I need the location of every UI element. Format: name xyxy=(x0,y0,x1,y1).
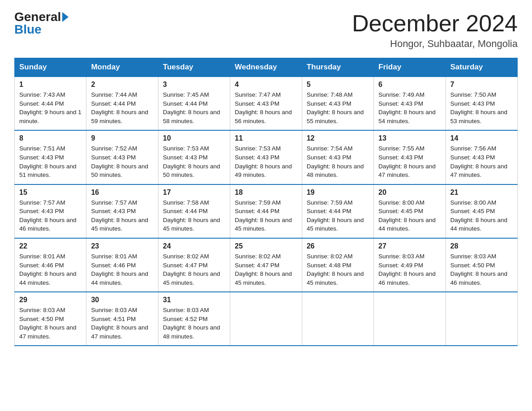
calendar-cell: 15Sunrise: 7:57 AMSunset: 4:43 PMDayligh… xyxy=(15,184,86,238)
calendar-header: SundayMondayTuesdayWednesdayThursdayFrid… xyxy=(15,58,518,77)
day-info: Sunrise: 7:56 AMSunset: 4:43 PMDaylight:… xyxy=(450,144,513,179)
day-info: Sunrise: 8:00 AMSunset: 4:45 PMDaylight:… xyxy=(378,198,441,233)
header-monday: Monday xyxy=(86,58,158,77)
day-info: Sunrise: 7:43 AMSunset: 4:44 PMDaylight:… xyxy=(19,90,82,125)
calendar-body: 1Sunrise: 7:43 AMSunset: 4:44 PMDaylight… xyxy=(15,77,518,346)
header-tuesday: Tuesday xyxy=(158,58,230,77)
calendar-cell: 21Sunrise: 8:00 AMSunset: 4:45 PMDayligh… xyxy=(446,184,517,238)
calendar-cell xyxy=(302,292,373,346)
calendar-cell: 23Sunrise: 8:01 AMSunset: 4:46 PMDayligh… xyxy=(86,238,158,292)
logo-general-text: General xyxy=(14,11,61,23)
day-info: Sunrise: 8:00 AMSunset: 4:45 PMDaylight:… xyxy=(450,198,513,233)
day-info: Sunrise: 7:54 AMSunset: 4:43 PMDaylight:… xyxy=(307,144,369,179)
week-row-3: 15Sunrise: 7:57 AMSunset: 4:43 PMDayligh… xyxy=(15,184,518,238)
calendar-cell xyxy=(374,292,446,346)
day-number: 17 xyxy=(163,188,225,197)
header-saturday: Saturday xyxy=(446,58,517,77)
calendar-cell: 6Sunrise: 7:49 AMSunset: 4:43 PMDaylight… xyxy=(374,77,446,130)
calendar-cell: 11Sunrise: 7:53 AMSunset: 4:43 PMDayligh… xyxy=(230,130,302,184)
day-number: 26 xyxy=(307,242,369,250)
day-number: 22 xyxy=(19,242,82,250)
day-info: Sunrise: 8:02 AMSunset: 4:47 PMDaylight:… xyxy=(163,252,225,287)
day-info: Sunrise: 7:59 AMSunset: 4:44 PMDaylight:… xyxy=(307,198,369,233)
calendar-cell: 27Sunrise: 8:03 AMSunset: 4:49 PMDayligh… xyxy=(374,238,446,292)
calendar-cell: 3Sunrise: 7:45 AMSunset: 4:44 PMDaylight… xyxy=(158,77,230,130)
day-number: 23 xyxy=(91,242,153,250)
calendar-cell xyxy=(446,292,517,346)
day-number: 21 xyxy=(450,188,513,197)
day-number: 13 xyxy=(378,134,441,142)
day-number: 15 xyxy=(19,188,82,197)
calendar-cell: 29Sunrise: 8:03 AMSunset: 4:50 PMDayligh… xyxy=(15,292,86,346)
day-info: Sunrise: 7:57 AMSunset: 4:43 PMDaylight:… xyxy=(19,198,82,233)
page-header: General Blue December 2024 Hongor, Suhba… xyxy=(14,11,518,50)
week-row-1: 1Sunrise: 7:43 AMSunset: 4:44 PMDaylight… xyxy=(15,77,518,130)
calendar-cell: 19Sunrise: 7:59 AMSunset: 4:44 PMDayligh… xyxy=(302,184,373,238)
day-info: Sunrise: 7:50 AMSunset: 4:43 PMDaylight:… xyxy=(450,90,513,125)
calendar-cell: 22Sunrise: 8:01 AMSunset: 4:46 PMDayligh… xyxy=(15,238,86,292)
day-number: 31 xyxy=(163,296,225,304)
calendar-cell: 25Sunrise: 8:02 AMSunset: 4:47 PMDayligh… xyxy=(230,238,302,292)
day-number: 25 xyxy=(235,242,297,250)
calendar-cell: 20Sunrise: 8:00 AMSunset: 4:45 PMDayligh… xyxy=(374,184,446,238)
week-row-2: 8Sunrise: 7:51 AMSunset: 4:43 PMDaylight… xyxy=(15,130,518,184)
header-thursday: Thursday xyxy=(302,58,373,77)
day-info: Sunrise: 7:52 AMSunset: 4:43 PMDaylight:… xyxy=(91,144,153,179)
calendar-cell xyxy=(230,292,302,346)
day-info: Sunrise: 7:53 AMSunset: 4:43 PMDaylight:… xyxy=(163,144,225,179)
day-info: Sunrise: 8:02 AMSunset: 4:47 PMDaylight:… xyxy=(235,252,297,287)
logo-general: General xyxy=(14,11,69,23)
calendar-table: SundayMondayTuesdayWednesdayThursdayFrid… xyxy=(14,58,518,346)
day-info: Sunrise: 7:57 AMSunset: 4:43 PMDaylight:… xyxy=(91,198,153,233)
day-number: 14 xyxy=(450,134,513,142)
day-number: 29 xyxy=(19,296,82,304)
day-number: 16 xyxy=(91,188,153,197)
week-row-5: 29Sunrise: 8:03 AMSunset: 4:50 PMDayligh… xyxy=(15,292,518,346)
day-info: Sunrise: 8:03 AMSunset: 4:51 PMDaylight:… xyxy=(91,306,153,341)
calendar-cell: 28Sunrise: 8:03 AMSunset: 4:50 PMDayligh… xyxy=(446,238,517,292)
calendar-cell: 2Sunrise: 7:44 AMSunset: 4:44 PMDaylight… xyxy=(86,77,158,130)
day-number: 10 xyxy=(163,134,225,142)
calendar-cell: 9Sunrise: 7:52 AMSunset: 4:43 PMDaylight… xyxy=(86,130,158,184)
day-info: Sunrise: 8:03 AMSunset: 4:50 PMDaylight:… xyxy=(19,306,82,341)
calendar-cell: 26Sunrise: 8:02 AMSunset: 4:48 PMDayligh… xyxy=(302,238,373,292)
day-info: Sunrise: 8:01 AMSunset: 4:46 PMDaylight:… xyxy=(19,252,82,287)
calendar-cell: 1Sunrise: 7:43 AMSunset: 4:44 PMDaylight… xyxy=(15,77,86,130)
calendar-cell: 16Sunrise: 7:57 AMSunset: 4:43 PMDayligh… xyxy=(86,184,158,238)
calendar-cell: 12Sunrise: 7:54 AMSunset: 4:43 PMDayligh… xyxy=(302,130,373,184)
day-number: 8 xyxy=(19,134,82,142)
day-info: Sunrise: 7:49 AMSunset: 4:43 PMDaylight:… xyxy=(378,90,441,125)
day-number: 4 xyxy=(235,81,297,89)
day-info: Sunrise: 7:59 AMSunset: 4:44 PMDaylight:… xyxy=(235,198,297,233)
day-info: Sunrise: 8:03 AMSunset: 4:52 PMDaylight:… xyxy=(163,306,225,341)
day-info: Sunrise: 7:48 AMSunset: 4:43 PMDaylight:… xyxy=(307,90,369,125)
day-number: 5 xyxy=(307,81,369,89)
header-row: SundayMondayTuesdayWednesdayThursdayFrid… xyxy=(15,58,518,77)
day-number: 2 xyxy=(91,81,153,89)
day-number: 9 xyxy=(91,134,153,142)
title-block: December 2024 Hongor, Suhbaatar, Mongoli… xyxy=(352,11,518,50)
calendar-cell: 14Sunrise: 7:56 AMSunset: 4:43 PMDayligh… xyxy=(446,130,517,184)
day-info: Sunrise: 8:01 AMSunset: 4:46 PMDaylight:… xyxy=(91,252,153,287)
calendar-subtitle: Hongor, Suhbaatar, Mongolia xyxy=(352,38,518,50)
day-number: 28 xyxy=(450,242,513,250)
calendar-cell: 7Sunrise: 7:50 AMSunset: 4:43 PMDaylight… xyxy=(446,77,517,130)
day-info: Sunrise: 7:53 AMSunset: 4:43 PMDaylight:… xyxy=(235,144,297,179)
calendar-cell: 5Sunrise: 7:48 AMSunset: 4:43 PMDaylight… xyxy=(302,77,373,130)
day-number: 12 xyxy=(307,134,369,142)
day-info: Sunrise: 7:58 AMSunset: 4:44 PMDaylight:… xyxy=(163,198,225,233)
calendar-cell: 8Sunrise: 7:51 AMSunset: 4:43 PMDaylight… xyxy=(15,130,86,184)
calendar-cell: 10Sunrise: 7:53 AMSunset: 4:43 PMDayligh… xyxy=(158,130,230,184)
header-friday: Friday xyxy=(374,58,446,77)
day-info: Sunrise: 7:51 AMSunset: 4:43 PMDaylight:… xyxy=(19,144,82,179)
day-number: 7 xyxy=(450,81,513,89)
day-info: Sunrise: 7:47 AMSunset: 4:43 PMDaylight:… xyxy=(235,90,297,125)
day-number: 30 xyxy=(91,296,153,304)
day-info: Sunrise: 8:02 AMSunset: 4:48 PMDaylight:… xyxy=(307,252,369,287)
day-number: 27 xyxy=(378,242,441,250)
day-number: 3 xyxy=(163,81,225,89)
header-sunday: Sunday xyxy=(15,58,86,77)
day-info: Sunrise: 7:44 AMSunset: 4:44 PMDaylight:… xyxy=(91,90,153,125)
day-info: Sunrise: 7:45 AMSunset: 4:44 PMDaylight:… xyxy=(163,90,225,125)
calendar-title: December 2024 xyxy=(352,11,518,36)
